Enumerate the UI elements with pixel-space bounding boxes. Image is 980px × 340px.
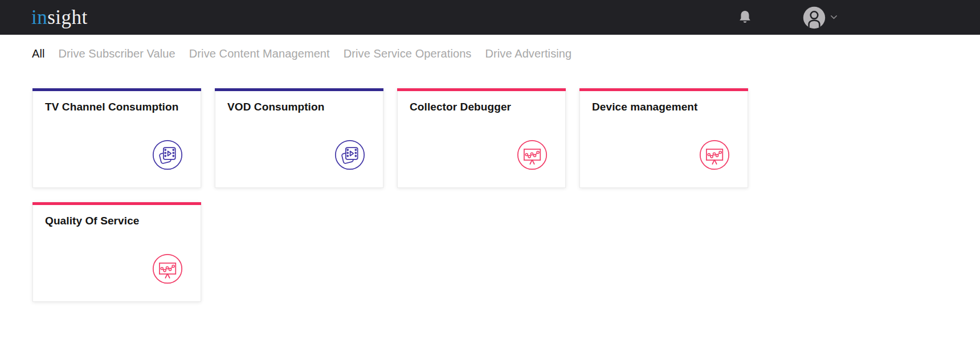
notifications-button[interactable] [737,9,753,26]
video-cards-icon [152,140,183,170]
dashboard-card[interactable]: Collector Debugger [397,88,566,188]
video-cards-icon [334,140,365,170]
category-tab-1[interactable]: Drive Subscriber Value [59,47,175,60]
main-content: TV Channel Consumption VOD Consumptio [0,88,980,302]
user-avatar-icon [803,6,826,29]
dashboard-card[interactable]: TV Channel Consumption [32,88,201,188]
dashboard-card[interactable]: Device management [579,88,748,188]
card-title: Quality Of Service [33,205,201,227]
category-tabs: AllDrive Subscriber ValueDrive Content M… [0,47,980,60]
chart-board-icon [517,140,548,170]
card-title: TV Channel Consumption [33,91,201,113]
category-tab-0[interactable]: All [32,47,45,60]
dashboard-grid: TV Channel Consumption VOD Consumptio [32,88,752,302]
bell-icon [737,9,753,26]
logo-text-in: in [31,6,47,28]
chart-board-icon [699,140,730,170]
app-logo[interactable]: insight [31,7,88,27]
logo-text-sight: sight [47,6,88,28]
category-tab-3[interactable]: Drive Service Operations [344,47,472,60]
chart-board-icon [152,253,183,284]
app-header: insight [0,0,980,35]
chart-board-icon [517,140,548,170]
chart-board-icon [699,140,730,170]
dashboard-card[interactable]: VOD Consumption [215,88,383,188]
card-title: Device management [580,91,748,113]
video-cards-icon [334,140,365,170]
chevron-down-icon [830,15,838,20]
account-menu-button[interactable] [803,6,838,29]
card-title: VOD Consumption [215,91,383,113]
category-tab-2[interactable]: Drive Content Management [189,47,330,60]
dashboard-card[interactable]: Quality Of Service [32,202,201,302]
chart-board-icon [152,253,183,284]
category-tab-4[interactable]: Drive Advertising [485,47,571,60]
video-cards-icon [152,140,183,170]
card-title: Collector Debugger [398,91,565,113]
